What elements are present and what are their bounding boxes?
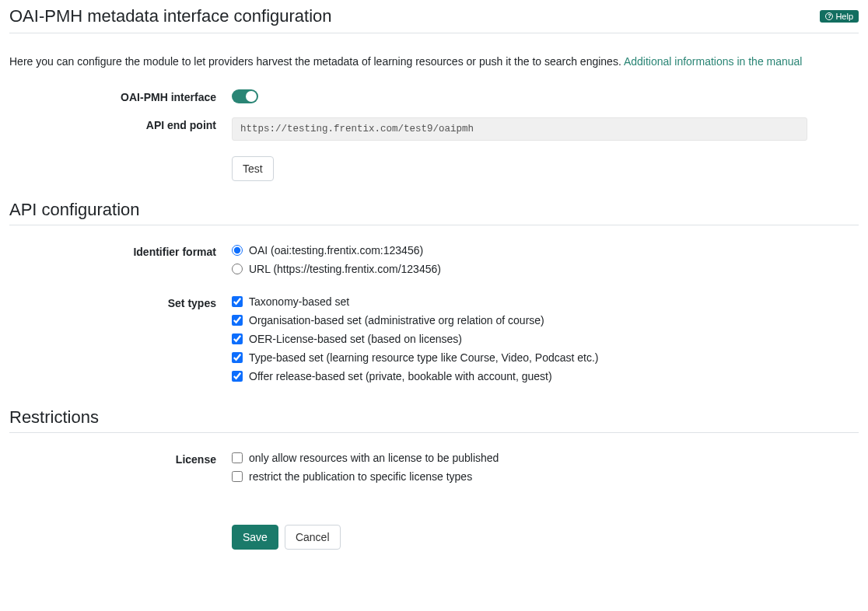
set-type-label-license: OER-License-based set (based on licenses…	[249, 333, 462, 345]
set-type-checkbox-type[interactable]	[232, 352, 243, 363]
license-option-restrict[interactable]: restrict the publication to specific lic…	[232, 470, 807, 483]
restrictions-title: Restrictions	[9, 407, 859, 433]
cancel-button[interactable]: Cancel	[285, 525, 341, 550]
set-type-label-offer: Offer release-based set (private, bookab…	[249, 370, 552, 382]
help-button[interactable]: ? Help	[820, 10, 859, 23]
help-label: Help	[835, 12, 853, 21]
set-type-checkbox-taxonomy[interactable]	[232, 296, 243, 307]
interface-label: OAI-PMH interface	[9, 89, 232, 103]
interface-toggle[interactable]	[232, 89, 258, 103]
endpoint-label: API end point	[9, 117, 232, 141]
set-type-type[interactable]: Type-based set (learning resource type l…	[232, 351, 807, 364]
help-icon: ?	[825, 12, 833, 20]
identifier-option-url[interactable]: URL (https://testing.frentix.com/123456)	[232, 263, 807, 275]
license-label-restrict: restrict the publication to specific lic…	[249, 470, 472, 483]
license-checkbox-restrict[interactable]	[232, 471, 243, 482]
set-type-label-type: Type-based set (learning resource type l…	[249, 351, 599, 364]
set-type-taxonomy[interactable]: Taxonomy-based set	[232, 295, 807, 308]
identifier-radio-url[interactable]	[232, 264, 243, 274]
license-checkbox-require[interactable]	[232, 452, 243, 463]
manual-link[interactable]: Additional informations in the manual	[624, 55, 803, 68]
page-title: OAI-PMH metadata interface configuration	[9, 6, 332, 26]
set-type-offer[interactable]: Offer release-based set (private, bookab…	[232, 370, 807, 382]
license-label: License	[9, 452, 232, 489]
identifier-label-oai: OAI (oai:testing.frentix.com:123456)	[249, 244, 423, 257]
set-type-checkbox-license[interactable]	[232, 333, 243, 344]
api-config-title: API configuration	[9, 200, 859, 225]
set-type-checkbox-offer[interactable]	[232, 371, 243, 382]
intro-text-content: Here you can configure the module to let…	[9, 55, 624, 68]
set-type-checkbox-organisation[interactable]	[232, 315, 243, 326]
intro-text: Here you can configure the module to let…	[9, 55, 859, 68]
test-button[interactable]: Test	[232, 156, 274, 181]
set-type-label-taxonomy: Taxonomy-based set	[249, 295, 349, 308]
endpoint-value: https://testing.frentix.com/test9/oaipmh	[232, 117, 807, 141]
license-label-require: only allow resources with an license to …	[249, 452, 499, 464]
identifier-label-url: URL (https://testing.frentix.com/123456)	[249, 263, 441, 275]
identifier-option-oai[interactable]: OAI (oai:testing.frentix.com:123456)	[232, 244, 807, 257]
set-type-license[interactable]: OER-License-based set (based on licenses…	[232, 333, 807, 345]
toggle-slider	[232, 89, 258, 103]
set-type-organisation[interactable]: Organisation-based set (administrative o…	[232, 314, 807, 326]
license-option-require[interactable]: only allow resources with an license to …	[232, 452, 807, 464]
set-types-label: Set types	[9, 295, 232, 389]
save-button[interactable]: Save	[232, 525, 278, 550]
set-type-label-organisation: Organisation-based set (administrative o…	[249, 314, 544, 326]
identifier-format-label: Identifier format	[9, 244, 232, 281]
identifier-radio-oai[interactable]	[232, 245, 243, 256]
